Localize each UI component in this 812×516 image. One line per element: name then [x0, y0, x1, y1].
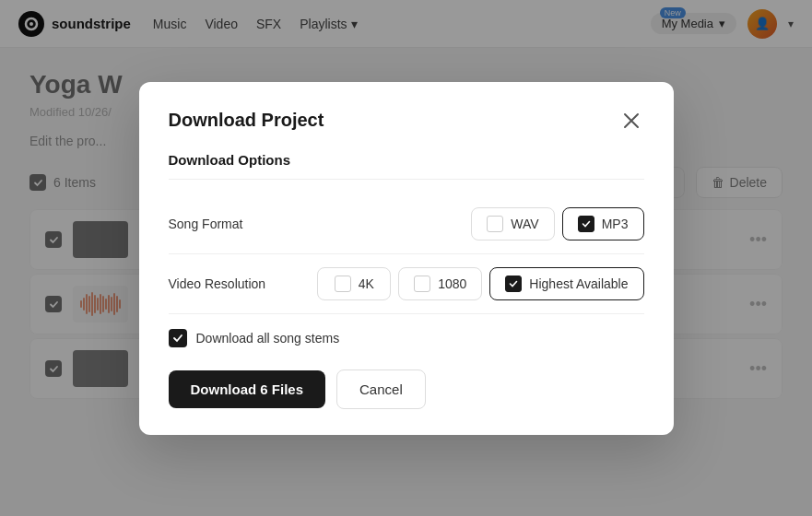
modal-actions: Download 6 Files Cancel: [169, 369, 644, 409]
video-resolution-options: 4K 1080: [317, 267, 643, 300]
section-title: Download Options: [169, 152, 644, 180]
modal-close-button[interactable]: [618, 108, 644, 134]
wav-label: WAV: [511, 217, 538, 231]
download-modal: Download Project Download Options Song F…: [139, 82, 674, 435]
mp3-label: MP3: [602, 217, 629, 231]
video-resolution-row: Video Resolution 4K: [169, 254, 644, 314]
stems-row: Download all song stems: [169, 314, 644, 366]
wav-option-button[interactable]: WAV: [471, 207, 554, 240]
song-format-label: Song Format: [169, 217, 243, 231]
song-format-options: WAV MP3: [471, 207, 643, 240]
modal-title: Download Project: [169, 110, 324, 131]
highest-label: Highest Available: [529, 276, 628, 291]
cancel-button[interactable]: Cancel: [336, 369, 426, 409]
1080-label: 1080: [438, 276, 466, 291]
video-resolution-label: Video Resolution: [169, 276, 266, 291]
stems-label: Download all song stems: [196, 331, 340, 346]
mp3-option-button[interactable]: MP3: [562, 207, 644, 240]
download-button[interactable]: Download 6 Files: [169, 370, 326, 408]
1080-option-button[interactable]: 1080: [398, 267, 482, 300]
1080-checkbox-icon: [414, 276, 430, 292]
modal-header: Download Project: [169, 108, 644, 134]
highest-checkbox-icon: [505, 276, 522, 292]
wav-checkbox-icon: [487, 216, 503, 232]
4k-option-button[interactable]: 4K: [317, 267, 391, 300]
4k-label: 4K: [359, 276, 374, 291]
mp3-checkbox-icon: [578, 216, 594, 232]
modal-overlay: Download Project Download Options Song F…: [0, 0, 812, 516]
4k-checkbox-icon: [335, 276, 351, 292]
highest-available-option-button[interactable]: Highest Available: [489, 267, 643, 300]
stems-checkbox[interactable]: [169, 329, 187, 347]
song-format-row: Song Format WAV: [169, 194, 644, 254]
